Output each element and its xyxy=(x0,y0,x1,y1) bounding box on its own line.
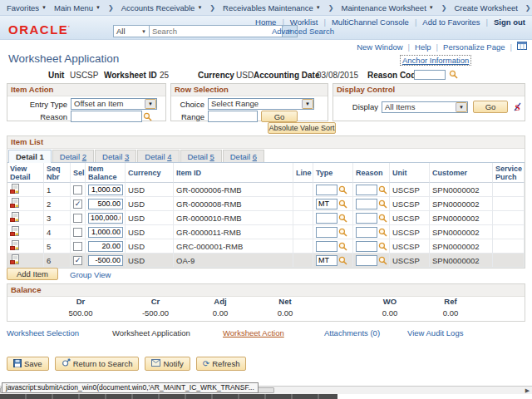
advanced-search-link[interactable]: Advanced Search xyxy=(272,27,334,36)
reason-lookup-icon[interactable] xyxy=(378,242,387,251)
add-item-button[interactable]: Add Item xyxy=(7,268,58,280)
item-balance-input[interactable] xyxy=(88,241,123,252)
view-detail-button[interactable] xyxy=(10,240,20,253)
reason-input[interactable] xyxy=(356,227,377,238)
type-input[interactable] xyxy=(316,213,337,224)
reason-lookup-icon[interactable] xyxy=(143,112,152,121)
type-lookup-icon[interactable] xyxy=(338,214,347,223)
item-action-reason-input[interactable] xyxy=(71,111,142,122)
type-input[interactable] xyxy=(316,185,337,195)
type-lookup-icon[interactable] xyxy=(338,256,347,265)
select-checkbox[interactable] xyxy=(73,242,82,251)
absolute-value-sort-button[interactable]: Absolute Value Sort xyxy=(268,122,336,134)
item-action-title: Item Action xyxy=(7,84,165,96)
breadcrumb-item-favorites[interactable]: Favorites▼ xyxy=(7,3,47,12)
reason-input[interactable] xyxy=(356,185,377,195)
reason-lookup-icon[interactable] xyxy=(378,185,387,195)
item-balance-input[interactable] xyxy=(88,199,123,209)
anchor-information-link[interactable]: Anchor Information xyxy=(400,55,471,66)
view-detail-button[interactable] xyxy=(10,226,20,239)
tab-detail-6[interactable]: Detail 6 xyxy=(223,150,264,162)
display-select[interactable]: All Items ▼ xyxy=(382,101,468,113)
header-link-worklist[interactable]: Worklist xyxy=(290,17,318,27)
reason-lookup-icon[interactable] xyxy=(378,214,387,223)
currency-symbol-icon[interactable]: S xyxy=(512,101,523,112)
line xyxy=(293,225,313,239)
item-balance-input[interactable] xyxy=(88,255,123,266)
search-input[interactable] xyxy=(150,25,283,37)
copy-url-icon[interactable] xyxy=(517,42,527,52)
refresh-button[interactable]: ⟳ Refresh xyxy=(196,357,247,371)
tab-detail-2[interactable]: Detail 2 xyxy=(52,150,94,162)
item-balance-input[interactable] xyxy=(88,185,123,195)
utility-link-new-window[interactable]: New Window xyxy=(357,42,402,52)
range-go-button[interactable]: Go xyxy=(261,111,298,122)
footer-link-worksheetaction[interactable]: Worksheet Action xyxy=(223,328,284,337)
reason-input[interactable] xyxy=(356,241,377,252)
reason-code-lookup-icon[interactable] xyxy=(449,70,458,81)
tab-detail-1[interactable]: Detail 1 xyxy=(8,150,52,163)
header-link-home[interactable]: Home xyxy=(255,17,276,27)
tab-detail-4[interactable]: Detail 4 xyxy=(137,150,179,162)
breadcrumb-separator: ❯ xyxy=(209,4,215,12)
select-checkbox[interactable] xyxy=(73,228,82,237)
balance-ref: Ref0.00 xyxy=(416,297,485,318)
view-detail-button[interactable] xyxy=(10,254,20,267)
tab-detail-5[interactable]: Detail 5 xyxy=(180,150,222,162)
breadcrumb-item-create-worksheet[interactable]: Create Worksheet xyxy=(454,3,517,12)
breadcrumb-item-receivables-maintenance[interactable]: Receivables Maintenance▼ xyxy=(223,3,321,12)
reason-input[interactable] xyxy=(356,255,377,266)
type-lookup-icon[interactable] xyxy=(338,242,347,251)
reason-lookup-icon[interactable] xyxy=(378,200,387,209)
scrollbar-right-arrow[interactable]: ▶ xyxy=(524,387,531,394)
sign-out-link[interactable]: Sign out xyxy=(494,17,525,27)
select-checkbox[interactable] xyxy=(73,185,82,195)
type-lookup-icon[interactable] xyxy=(338,228,347,237)
header-link-add-to-favorites[interactable]: Add to Favorites xyxy=(422,17,480,27)
breadcrumb-item-label: Main Menu xyxy=(54,3,93,12)
utility-link-help[interactable]: Help xyxy=(415,42,431,52)
view-detail-button[interactable] xyxy=(10,184,20,196)
reason-code-input[interactable] xyxy=(414,70,446,80)
item-balance-input[interactable] xyxy=(88,227,123,238)
currency: USD xyxy=(126,211,174,225)
type-input[interactable] xyxy=(316,227,337,238)
select-checkbox[interactable] xyxy=(73,214,82,223)
breadcrumb-item-maintenance-worksheet[interactable]: Maintenance Worksheet▼ xyxy=(342,3,434,12)
view-detail-button[interactable] xyxy=(10,198,20,210)
entry-type-select[interactable]: Offset an Item ▼ xyxy=(71,98,157,110)
header-link-multichannel-console[interactable]: MultiChannel Console xyxy=(332,17,409,27)
reason-input[interactable] xyxy=(356,213,377,224)
footer-link-worksheetselection[interactable]: Worksheet Selection xyxy=(7,328,79,337)
utility-link-personalize-page[interactable]: Personalize Page xyxy=(443,42,505,52)
display-go-button[interactable]: Go xyxy=(473,101,508,113)
range-input[interactable] xyxy=(208,111,258,122)
reason-input[interactable] xyxy=(356,199,377,209)
notify-button[interactable]: Notify xyxy=(145,357,190,371)
tab-detail-3[interactable]: Detail 3 xyxy=(95,150,136,162)
select-checkbox[interactable]: ✓ xyxy=(73,200,82,209)
footer-link-viewauditlogs[interactable]: View Audit Logs xyxy=(407,328,463,337)
item-balance-input[interactable] xyxy=(88,213,123,224)
footer-link-attachments0[interactable]: Attachments (0) xyxy=(324,328,380,337)
type-lookup-icon[interactable] xyxy=(338,185,347,195)
type-input[interactable] xyxy=(316,199,337,209)
type-input[interactable] xyxy=(316,241,337,252)
type-lookup-icon[interactable] xyxy=(338,200,347,209)
customer: SPN0000002 xyxy=(430,225,493,239)
line xyxy=(293,211,313,225)
choice-select[interactable]: Select Range ▼ xyxy=(208,98,314,110)
search-scope-select[interactable]: All ▼ xyxy=(113,25,150,37)
select-checkbox[interactable]: ✓ xyxy=(73,256,82,265)
breadcrumb-item-main-menu[interactable]: Main Menu▼ xyxy=(54,3,101,12)
group-view-link[interactable]: Group View xyxy=(70,270,111,279)
reason-lookup-icon[interactable] xyxy=(378,256,387,265)
type-input[interactable] xyxy=(316,255,337,266)
breadcrumb-item-accounts-receivable[interactable]: Accounts Receivable▼ xyxy=(121,3,203,12)
unit: USCSP xyxy=(390,225,430,239)
reason-lookup-icon[interactable] xyxy=(378,228,387,237)
save-button[interactable]: Save xyxy=(7,357,49,371)
reason-label: Reason xyxy=(11,112,67,121)
return-to-search-button[interactable]: Return to Search xyxy=(55,357,140,371)
view-detail-button[interactable] xyxy=(10,212,20,224)
